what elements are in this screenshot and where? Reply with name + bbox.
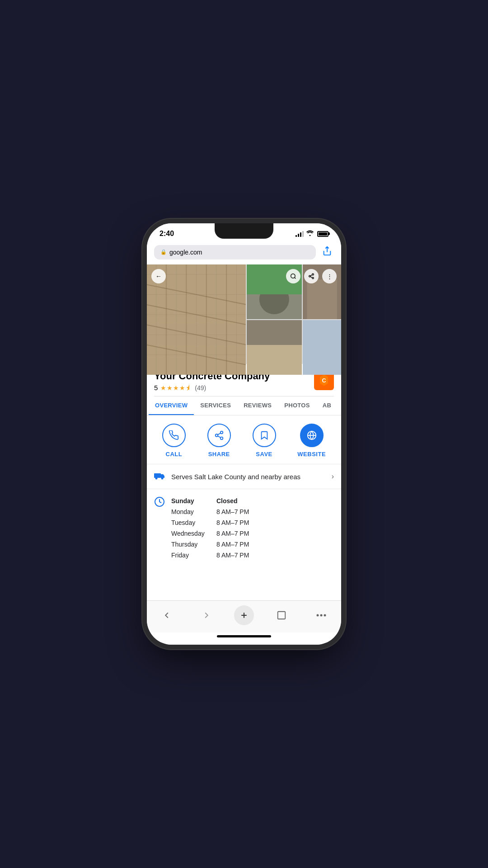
hours-row-monday: Monday 8 AM–7 PM (171, 506, 334, 517)
notch (215, 223, 273, 239)
svg-point-43 (161, 477, 164, 480)
day-wednesday: Wednesday (171, 530, 216, 537)
hours-section: Sunday Closed Monday 8 AM–7 PM Tuesday 8… (147, 489, 341, 571)
tabs-bar: OVERVIEW SERVICES REVIEWS PHOTOS AB (147, 396, 341, 415)
grid-action-buttons: ⋮ (286, 269, 337, 283)
svg-point-27 (309, 275, 311, 277)
share-button[interactable]: SHARE (207, 424, 231, 458)
day-monday: Monday (171, 508, 216, 515)
star-2: ★ (167, 384, 173, 392)
rating-row: 5 ★ ★ ★ ★ ⯨ (49) (154, 384, 270, 392)
day-tuesday: Tuesday (171, 519, 216, 526)
svg-rect-23 (303, 320, 341, 375)
save-label: SAVE (256, 451, 272, 458)
save-button[interactable]: SAVE (253, 424, 276, 458)
svg-point-42 (155, 477, 158, 480)
svg-point-36 (220, 437, 223, 440)
tab-overview[interactable]: OVERVIEW (149, 396, 194, 415)
star-rating: ★ ★ ★ ★ ⯨ (160, 384, 192, 392)
hours-table: Sunday Closed Monday 8 AM–7 PM Tuesday 8… (171, 495, 334, 561)
save-icon (253, 424, 276, 447)
back-button[interactable]: ← (151, 269, 166, 283)
share-label: SHARE (208, 451, 230, 458)
call-button[interactable]: CALL (162, 424, 186, 458)
service-area-chevron: › (332, 472, 334, 481)
svg-point-35 (215, 434, 218, 437)
nav-back-button[interactable] (155, 608, 179, 623)
hours-row-tuesday: Tuesday 8 AM–7 PM (171, 517, 334, 528)
status-icons (296, 230, 328, 237)
time-wednesday: 8 AM–7 PM (216, 530, 249, 537)
grid-search-button[interactable] (286, 269, 300, 283)
hours-row-friday: Friday 8 AM–7 PM (171, 550, 334, 561)
time-tuesday: 8 AM–7 PM (216, 519, 249, 526)
service-area-row[interactable]: Serves Salt Lake County and nearby areas… (147, 464, 341, 489)
star-4: ★ (179, 384, 185, 392)
svg-rect-47 (278, 612, 286, 619)
tab-about[interactable]: AB (316, 396, 338, 415)
signal-icon (296, 231, 304, 237)
battery-icon (317, 231, 328, 237)
star-5-half: ⯨ (186, 384, 192, 392)
browser-share-button[interactable] (320, 244, 334, 260)
nav-forward-button[interactable] (194, 608, 219, 623)
svg-line-25 (295, 278, 296, 279)
main-content: ← ⋮ (147, 264, 341, 600)
time-sunday: Closed (216, 497, 238, 505)
photo-4[interactable] (247, 320, 302, 375)
svg-point-26 (312, 274, 314, 275)
hours-row-wednesday: Wednesday 8 AM–7 PM (171, 528, 334, 539)
svg-line-30 (310, 275, 312, 276)
svg-rect-22 (247, 345, 302, 375)
status-time: 2:40 (160, 230, 174, 238)
time-monday: 8 AM–7 PM (216, 508, 249, 515)
grid-share-button[interactable] (304, 269, 319, 283)
hours-header: Sunday Closed Monday 8 AM–7 PM Tuesday 8… (154, 495, 334, 561)
svg-point-28 (312, 277, 314, 279)
call-label: CALL (166, 451, 183, 458)
photo-grid: ← ⋮ (147, 264, 341, 364)
svg-text:C: C (322, 377, 326, 384)
svg-point-24 (291, 274, 295, 278)
time-thursday: 8 AM–7 PM (216, 541, 249, 548)
url-text: google.com (169, 249, 202, 256)
website-button[interactable]: WEBSITE (297, 424, 326, 458)
svg-point-48 (317, 614, 319, 617)
svg-point-50 (324, 614, 326, 617)
star-1: ★ (160, 384, 166, 392)
call-icon (162, 424, 186, 447)
star-3: ★ (173, 384, 179, 392)
day-sunday: Sunday (171, 497, 216, 505)
hours-row-thursday: Thursday 8 AM–7 PM (171, 539, 334, 550)
website-label: WEBSITE (297, 451, 326, 458)
lock-icon: 🔒 (160, 249, 167, 255)
share-icon (207, 424, 231, 447)
grid-more-button[interactable]: ⋮ (322, 269, 337, 283)
svg-point-34 (220, 431, 223, 434)
svg-line-29 (310, 277, 312, 278)
svg-line-38 (218, 433, 221, 435)
photo-5[interactable] (303, 320, 341, 375)
review-count: (49) (195, 384, 206, 392)
delivery-truck-icon (154, 471, 165, 482)
tab-photos[interactable]: PHOTOS (278, 396, 316, 415)
nav-more-button[interactable] (309, 611, 333, 619)
browser-bar: 🔒 google.com (147, 241, 341, 264)
tab-services[interactable]: SERVICES (194, 396, 237, 415)
tab-reviews[interactable]: REVIEWS (237, 396, 278, 415)
action-buttons: CALL SHARE (147, 415, 341, 464)
hours-row-sunday: Sunday Closed (171, 495, 334, 506)
wifi-icon (306, 230, 314, 237)
url-bar[interactable]: 🔒 google.com (154, 245, 316, 259)
website-icon (300, 424, 324, 447)
day-friday: Friday (171, 552, 216, 559)
svg-line-37 (218, 436, 221, 438)
time-friday: 8 AM–7 PM (216, 552, 249, 559)
day-thursday: Thursday (171, 541, 216, 548)
nav-add-tab-button[interactable] (234, 605, 254, 625)
clock-icon (154, 496, 165, 510)
home-indicator (217, 635, 271, 637)
nav-tabs-button[interactable] (269, 608, 294, 623)
rating-number: 5 (154, 384, 158, 392)
service-area-text: Serves Salt Lake County and nearby areas (171, 473, 325, 481)
